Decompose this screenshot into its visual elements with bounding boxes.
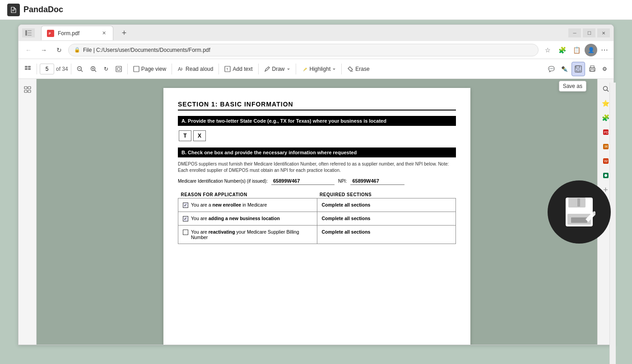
state-code-row: T X [178, 129, 456, 142]
add-text-button[interactable]: T Add text [222, 62, 255, 76]
state-box-x: X [193, 130, 206, 141]
zoom-in-button[interactable] [88, 62, 99, 76]
save-as-tooltip-text: Save as [563, 83, 582, 89]
table-row: ✓ You are a new enrollee in Medicare Com… [178, 198, 456, 212]
svg-rect-2 [28, 32, 32, 33]
svg-rect-18 [117, 68, 120, 70]
required-cell-1: Complete all sections [317, 198, 456, 212]
svg-rect-8 [28, 66, 31, 68]
add-text-label: Add text [232, 66, 252, 72]
pdf-content-wrapper: SECTION 1: BASIC INFORMATION A. Provide … [19, 79, 613, 345]
window-controls [22, 28, 35, 37]
svg-rect-38 [571, 217, 587, 223]
svg-rect-17 [116, 66, 121, 72]
svg-text:PD: PD [604, 131, 609, 134]
fit-button[interactable] [113, 62, 125, 76]
forward-button[interactable]: → [37, 44, 50, 56]
lock-icon: 🔒 [74, 47, 80, 53]
svg-text:P: P [49, 32, 51, 35]
reason-cell-1: ✓ You are a new enrollee in Medicare [178, 198, 317, 212]
svg-rect-9 [28, 68, 31, 70]
thumbnails-panel-button[interactable] [20, 83, 35, 97]
required-col-header: REQUIRED SECTIONS [317, 190, 456, 198]
svg-rect-25 [576, 66, 580, 68]
save-tooltip: Save as [559, 81, 586, 92]
page-view-button[interactable]: Page view [130, 62, 169, 76]
highlight-button[interactable]: Highlight [299, 62, 339, 76]
svg-line-14 [94, 70, 96, 72]
reason-col-header: REASON FOR APPLICATION [178, 190, 317, 198]
address-input[interactable]: 🔒 File | C:/Users/user/Documents/Documen… [68, 44, 539, 56]
highlight-label: Highlight [310, 66, 331, 72]
section-a-bar: A. Provide the two-letter State Code (e.… [178, 116, 456, 126]
sep6 [258, 64, 259, 74]
close-button[interactable]: ✕ [597, 28, 610, 37]
svg-rect-7 [25, 68, 28, 70]
pandadoc-logo: PandaDoc [7, 4, 63, 16]
reason-text-2: You are adding a new business location [191, 216, 280, 221]
id-fields-row: Medicare Identification Number(s) (if is… [178, 177, 456, 185]
svg-rect-35 [568, 198, 586, 207]
menu-button[interactable]: ⋯ [599, 44, 610, 56]
print-button[interactable] [586, 62, 599, 76]
new-tab-button[interactable]: + [118, 27, 130, 39]
sep7 [296, 64, 296, 74]
reason-cell-3: You are reactivating your Medicare Suppl… [178, 226, 317, 244]
collections-button[interactable]: 📋 [570, 44, 583, 56]
svg-rect-32 [24, 90, 27, 92]
draw-button[interactable]: Draw [261, 62, 293, 76]
extensions-button[interactable]: 🧩 [556, 44, 568, 56]
thumbnails-button[interactable] [22, 62, 34, 76]
minimize-button[interactable]: ─ [568, 28, 581, 37]
sep4 [172, 64, 172, 74]
sep1 [37, 64, 37, 74]
ink-button[interactable]: ✒️ [558, 62, 571, 76]
svg-rect-6 [25, 66, 28, 68]
svg-rect-31 [28, 87, 31, 89]
comment-button[interactable]: 💬 [545, 62, 558, 76]
browser-window: P Form.pdf ✕ + ─ ☐ ✕ ← → ↻ 🔒 File | C:/U… [18, 24, 614, 345]
sidebar-toggle-button[interactable] [22, 28, 35, 37]
svg-rect-33 [28, 90, 31, 92]
svg-rect-19 [134, 66, 139, 72]
read-aloud-label: Read aloud [186, 66, 213, 72]
section-b-desc: DMEPOS suppliers must furnish their Medi… [178, 161, 456, 174]
checkbox-1[interactable]: ✓ [183, 203, 188, 208]
tab-title: Form.pdf [58, 30, 97, 37]
checkbox-2[interactable]: ✓ [183, 216, 188, 221]
page-number-input[interactable]: 5 [40, 64, 54, 74]
maximize-button[interactable]: ☐ [583, 28, 595, 37]
save-icon-overlay[interactable] [548, 180, 611, 244]
save-as-button[interactable] [572, 62, 585, 76]
table-row: You are reactivating your Medicare Suppl… [178, 226, 456, 244]
reason-text-1: You are a new enrollee in Medicare [191, 202, 267, 207]
svg-rect-26 [576, 70, 580, 72]
reason-cell-2: ✓ You are adding a new business location [178, 212, 317, 226]
reason-text-3: You are reactivating your Medicare Suppl… [191, 229, 312, 240]
draw-label: Draw [272, 66, 285, 72]
pdf-outer-wrapper: SECTION 1: BASIC INFORMATION A. Provide … [37, 79, 597, 345]
erase-button[interactable]: Erase [344, 62, 372, 76]
logo-icon [7, 4, 20, 16]
rotate-button[interactable]: ↻ [101, 62, 111, 76]
favorites-button[interactable]: ☆ [541, 44, 554, 56]
settings-button[interactable]: ⚙ [599, 62, 610, 76]
tab-favicon: P [47, 30, 54, 37]
browser-tab[interactable]: P Form.pdf ✕ [41, 26, 113, 40]
app-name: PandaDoc [23, 5, 63, 14]
svg-rect-30 [24, 87, 27, 89]
profile-button[interactable]: 👤 [585, 44, 597, 56]
required-cell-2: Complete all sections [317, 212, 456, 226]
read-aloud-button[interactable]: A Read aloud [175, 62, 216, 76]
svg-point-39 [603, 87, 607, 91]
refresh-button[interactable]: ↻ [53, 44, 65, 56]
back-button[interactable]: ← [22, 44, 35, 56]
tab-close-button[interactable]: ✕ [100, 30, 107, 37]
zoom-out-button[interactable] [74, 62, 86, 76]
svg-text:✉: ✉ [604, 144, 608, 149]
svg-rect-29 [590, 69, 594, 71]
section-b-bar: B. Check one box and provide the necessa… [178, 147, 456, 157]
required-cell-3: Complete all sections [317, 226, 456, 244]
checkbox-3[interactable] [183, 230, 188, 235]
required-text-2: Complete all sections [322, 216, 371, 221]
